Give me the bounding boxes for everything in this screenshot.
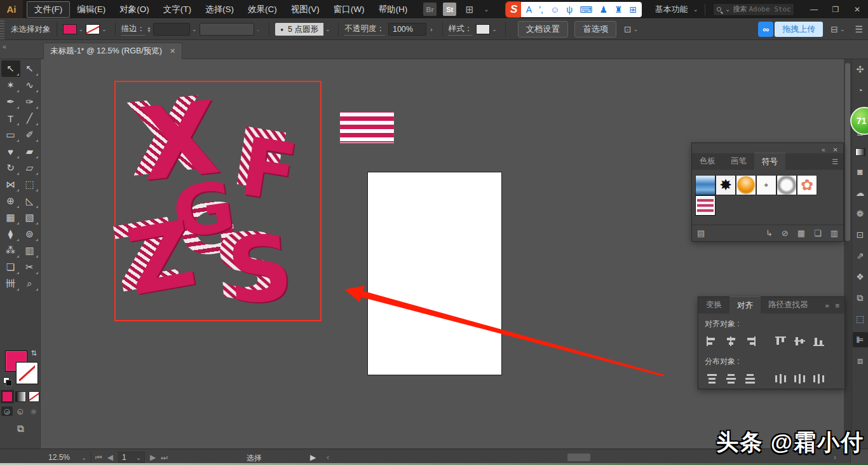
symbol-flower[interactable]: ✿ [797, 175, 817, 195]
align-top-button[interactable] [772, 333, 789, 349]
place-symbol-icon[interactable]: ↳ [766, 228, 773, 238]
align-left-button[interactable] [703, 333, 720, 349]
line-segment-tool[interactable]: ╱ [20, 110, 39, 127]
voice-icon[interactable]: ψ [566, 5, 573, 14]
gradient-mode-button[interactable] [15, 391, 26, 402]
type-tool[interactable]: T [1, 110, 20, 127]
toolbox-icon[interactable]: ⊞ [630, 5, 637, 14]
stock-search-input[interactable]: ⌄ 搜索 Adobe Stock [713, 3, 794, 16]
arrange-chevron-icon[interactable]: ⌄ [840, 26, 845, 32]
dist-right-button[interactable] [810, 371, 827, 386]
touch-workspace-icon[interactable]: ⊡ [624, 24, 632, 34]
arrange-documents-icon[interactable]: ⊟ [831, 24, 838, 34]
opacity-label[interactable]: 不透明度： [344, 24, 384, 36]
blend-tool[interactable]: ⊚ [20, 226, 39, 242]
default-fill-stroke-icon[interactable] [3, 377, 11, 385]
shape-builder-tool[interactable]: ⊕ [1, 193, 20, 209]
symbol-options-icon[interactable]: ▦ [797, 228, 805, 238]
style-label[interactable]: 样式： [449, 24, 473, 36]
punctuation-icon[interactable]: ’, [539, 5, 543, 14]
pathfinder-panel-icon[interactable]: ⧈ [853, 353, 868, 368]
status-expand-icon[interactable]: ▶ [310, 453, 316, 462]
first-artboard-icon[interactable]: ⏮ [95, 453, 102, 462]
scroll-left-icon[interactable]: ‹ [327, 453, 329, 462]
links-panel-icon[interactable]: ⊡ [853, 227, 868, 242]
symbols-panel-icon[interactable]: ❁ [853, 206, 868, 221]
cc-libraries-icon[interactable]: ☁ [853, 185, 868, 200]
opacity-expand-icon[interactable]: › [426, 25, 437, 33]
document-setup-button[interactable]: 文档设置 [518, 21, 568, 38]
width-profile-select[interactable] [200, 23, 254, 36]
slice-tool[interactable]: ✂ [20, 259, 39, 275]
artboards-panel-icon[interactable]: ⧉ [853, 290, 868, 305]
symbol-sprayer-tool[interactable]: ⁂ [1, 242, 20, 259]
zoom-level-select[interactable]: 12.5% ⌄ [44, 452, 92, 463]
scale-tool[interactable]: ▱ [20, 160, 39, 176]
fill-chevron-icon[interactable]: ⌄ [79, 26, 84, 32]
curvature-tool[interactable]: ✑ [20, 94, 39, 110]
symbol-blue-banner[interactable] [695, 175, 715, 195]
symbol-orange-orb[interactable] [736, 175, 756, 195]
gradient-tool[interactable]: ▧ [20, 209, 39, 226]
menu-item[interactable]: 窗口(W) [327, 2, 372, 17]
menu-item[interactable]: 帮助(H) [371, 2, 414, 17]
direct-selection-tool[interactable]: ↖ [20, 60, 39, 77]
selection-tool[interactable]: ↖ [1, 60, 20, 77]
dist-v-center-button[interactable] [722, 371, 739, 386]
drag-upload-button[interactable]: 拖拽上传 [775, 22, 823, 37]
stroke-weight-chevron-icon[interactable]: ⌄ [192, 26, 197, 32]
artboard-tool[interactable]: ❏ [1, 259, 20, 275]
canvas-area[interactable]: XXFFGGZZSS [41, 59, 844, 448]
transparency-panel-icon[interactable]: ◙ [853, 164, 868, 179]
next-artboard-icon[interactable]: ▶ [150, 453, 156, 462]
tab-色板[interactable]: 色板 [692, 153, 723, 170]
free-transform-tool[interactable]: ⬚ [20, 176, 39, 193]
touch-workspace-chevron-icon[interactable]: ⌄ [634, 26, 639, 32]
color-guide-icon[interactable]: ◔ [853, 83, 868, 98]
last-artboard-icon[interactable]: ⏭ [161, 453, 168, 462]
tab-路径查找器[interactable]: 路径查找器 [761, 296, 816, 314]
brush-chevron-icon[interactable]: ⌄ [325, 26, 330, 32]
tab-画笔[interactable]: 画笔 [723, 153, 754, 170]
tab-close-icon[interactable]: ✕ [170, 47, 175, 55]
style-chevron-icon[interactable]: ⌄ [492, 26, 497, 32]
paintbrush-tool[interactable]: ✐ [20, 127, 39, 143]
close-button[interactable]: ✕ [846, 0, 868, 18]
align-menu-icon[interactable]: ≡ [836, 302, 839, 309]
minimize-button[interactable]: — [803, 0, 825, 18]
artboard-number-select[interactable]: 1 ⌄ [118, 452, 145, 463]
width-tool[interactable]: ⋈ [1, 176, 20, 193]
restore-button[interactable]: ❐ [825, 0, 846, 18]
rotate-tool[interactable]: ↻ [1, 160, 20, 176]
layout-icon[interactable]: ⊞ [463, 3, 476, 16]
align-bottom-button[interactable] [810, 333, 827, 349]
align-h-center-button[interactable] [722, 333, 739, 349]
lasso-tool[interactable]: ∿ [20, 77, 39, 94]
symbol-ink-splat[interactable]: ✸ [715, 175, 736, 195]
break-link-icon[interactable]: ⊘ [782, 228, 789, 238]
baidu-netdisk-icon[interactable]: ∞ [758, 22, 773, 37]
artboard[interactable] [367, 172, 502, 375]
transform-panel-icon[interactable]: ⬚ [853, 311, 868, 326]
align-panel-icon[interactable]: ⊫ [853, 332, 868, 347]
align-right-button[interactable] [742, 333, 758, 349]
stroke-weight-label[interactable]: 描边： [121, 24, 146, 36]
graph-tool[interactable]: ▥ [20, 242, 39, 259]
align-v-center-button[interactable] [791, 333, 808, 349]
symbol-libraries-icon[interactable]: ▤ [697, 228, 705, 238]
menu-item[interactable]: 文件(F) [27, 1, 70, 18]
layers-panel-icon[interactable]: ❖ [853, 269, 868, 284]
emoji-icon[interactable]: ☺ [550, 5, 559, 14]
rectangle-tool[interactable]: ▭ [1, 127, 20, 143]
eraser-tool[interactable]: ▰ [20, 143, 39, 160]
brush-definition-select[interactable]: ● 5 点圆形 [275, 23, 323, 36]
color-mode-button[interactable] [2, 391, 13, 402]
dist-h-center-button[interactable] [791, 371, 808, 386]
stroke-weight-input[interactable] [153, 23, 190, 36]
symbol-smoke-ring[interactable] [776, 175, 797, 195]
mesh-tool[interactable]: ▦ [1, 209, 20, 226]
menu-item[interactable]: 效果(C) [241, 2, 284, 17]
workspace-switcher[interactable]: 基本功能 ⌄ [655, 4, 705, 15]
style-swatch[interactable] [476, 24, 490, 34]
document-tab[interactable]: 未标题-1* @ 12.5% (RGB/预览) ✕ [43, 43, 182, 59]
